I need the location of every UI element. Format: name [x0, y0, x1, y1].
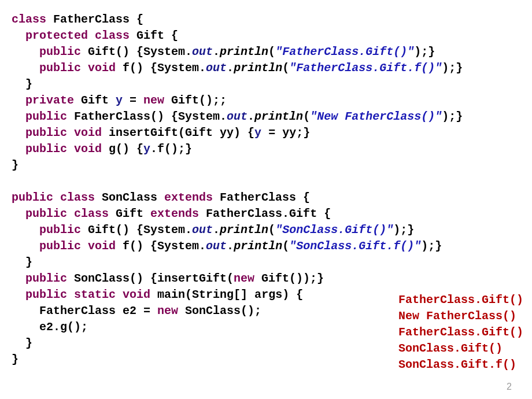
keyword: public: [12, 191, 53, 204]
code-text: SonClass: [95, 191, 164, 204]
keyword: public: [25, 207, 67, 220]
code-text: g() {: [102, 142, 143, 156]
code-text: SonClass();: [178, 304, 261, 317]
keyword: class: [95, 29, 130, 42]
code-text: =: [123, 94, 143, 107]
keyword: void: [88, 239, 116, 253]
code-text: .: [213, 45, 220, 58]
output-line: SonClass.Gift(): [398, 342, 503, 355]
code-text: );}: [442, 61, 463, 75]
string-literal: "New FatherClass()": [310, 110, 442, 123]
code-text: );}: [442, 110, 463, 123]
keyword: public: [39, 239, 81, 253]
code-text: insertGift(Gift yy) {: [102, 126, 254, 139]
field-ref: y: [254, 126, 261, 139]
field-ref: out: [192, 45, 213, 58]
code-text: .: [227, 61, 234, 75]
code-text: Gift();;: [164, 94, 227, 107]
code-text: Gift: [74, 94, 116, 107]
output-line: FatherClass.Gift(): [398, 326, 523, 339]
code-text: = yy;}: [261, 126, 310, 139]
field-ref: out: [206, 61, 227, 75]
code-text: Gift: [109, 207, 150, 220]
code-text: e2.g();: [12, 320, 88, 334]
code-text: FatherClass.Gift {: [199, 207, 331, 220]
code-text: FatherClass() {System.: [67, 110, 227, 123]
keyword: void: [88, 61, 116, 75]
field-ref: y: [116, 94, 123, 107]
string-literal: "SonClass.Gift.f()": [289, 239, 421, 253]
output-line: SonClass.Gift.f(): [398, 358, 516, 371]
keyword: class: [12, 13, 46, 26]
code-text: Gift() {System.: [81, 45, 192, 58]
program-output: FatherClass.Gift() New FatherClass() Fat…: [398, 292, 523, 373]
keyword: public: [25, 142, 67, 156]
code-text: SonClass() {insertGift(: [67, 272, 234, 285]
keyword: new: [143, 94, 164, 107]
code-text: f() {System.: [116, 61, 206, 75]
code-text: Gift());}: [254, 272, 324, 285]
code-text: Gift() {System.: [81, 223, 192, 237]
output-line: New FatherClass(): [398, 309, 516, 323]
keyword: public: [25, 110, 67, 123]
keyword: new: [234, 272, 254, 285]
field-ref: out: [206, 239, 227, 253]
keyword: class: [74, 207, 109, 220]
code-text: (: [268, 223, 275, 237]
code-text: }: [12, 337, 32, 350]
output-line: FatherClass.Gift(): [398, 293, 523, 306]
field-ref: out: [192, 223, 213, 237]
code-text: }: [12, 77, 32, 91]
code-text: .: [247, 110, 254, 123]
code-text: .: [213, 223, 220, 237]
method-call: println: [254, 110, 303, 123]
code-text: }: [12, 158, 19, 172]
code-text: );}: [393, 223, 414, 237]
field-ref: out: [227, 110, 247, 123]
code-text: f() {System.: [116, 239, 206, 253]
code-text: .: [227, 239, 234, 253]
code-text: (: [282, 239, 289, 253]
keyword: public: [25, 272, 67, 285]
code-text: (: [282, 61, 289, 75]
method-call: println: [220, 223, 268, 237]
method-call: println: [234, 239, 282, 253]
code-text: (: [268, 45, 275, 58]
keyword: class: [60, 191, 95, 204]
code-text: .f();}: [150, 142, 192, 156]
code-text: FatherClass {: [213, 191, 310, 204]
code-text: FatherClass {: [46, 13, 143, 26]
keyword: new: [157, 304, 178, 317]
keyword: void: [74, 126, 102, 139]
method-call: println: [234, 61, 282, 75]
code-text: }: [12, 256, 32, 269]
keyword: public: [25, 126, 67, 139]
code-text: FatherClass e2 =: [12, 304, 157, 317]
keyword: protected: [25, 29, 88, 42]
string-literal: "FatherClass.Gift()": [275, 45, 414, 58]
code-text: );}: [421, 239, 442, 253]
keyword: public: [39, 45, 81, 58]
code-text: );}: [414, 45, 435, 58]
code-text: (: [303, 110, 310, 123]
keyword: public: [39, 61, 81, 75]
field-ref: y: [143, 142, 150, 156]
keyword: extends: [164, 191, 213, 204]
string-literal: "FatherClass.Gift.f()": [289, 61, 442, 75]
keyword: extends: [150, 207, 199, 220]
code-text: main(String[] args) {: [150, 288, 303, 301]
keyword: public: [25, 288, 67, 301]
keyword: public: [39, 223, 81, 237]
method-call: println: [220, 45, 268, 58]
string-literal: "SonClass.Gift()": [275, 223, 393, 237]
keyword: static: [74, 288, 116, 301]
keyword: private: [25, 94, 74, 107]
keyword: void: [74, 142, 102, 156]
page-number: 2: [507, 380, 512, 393]
code-text: Gift {: [130, 29, 178, 42]
code-text: }: [12, 353, 19, 366]
keyword: void: [123, 288, 150, 301]
